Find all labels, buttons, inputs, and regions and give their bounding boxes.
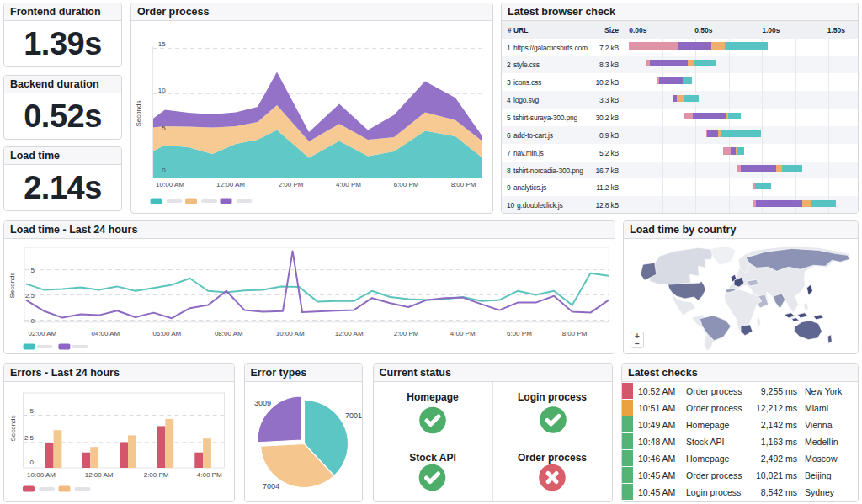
svg-text:10:00 AM: 10:00 AM — [27, 471, 56, 479]
svg-text:10: 10 — [158, 87, 166, 94]
svg-text:Seconds: Seconds — [135, 100, 142, 126]
svg-text:Seconds: Seconds — [8, 272, 16, 298]
svg-text:0: 0 — [31, 317, 35, 325]
svg-text:08:00 AM: 08:00 AM — [215, 330, 243, 337]
svg-text:2:00 PM: 2:00 PM — [144, 471, 169, 479]
svg-text:5: 5 — [31, 267, 35, 274]
svg-text:02:00 AM: 02:00 AM — [28, 330, 56, 337]
svg-text:12:00 AM: 12:00 AM — [216, 181, 245, 188]
svg-text:12:00 AM: 12:00 AM — [85, 471, 114, 479]
svg-text:0: 0 — [30, 459, 35, 466]
svg-text:7001: 7001 — [345, 411, 362, 420]
svg-text:4:00 PM: 4:00 PM — [197, 471, 222, 479]
svg-text:2:00 PM: 2:00 PM — [394, 330, 419, 337]
svg-text:6:00 PM: 6:00 PM — [394, 181, 419, 188]
svg-text:Seconds: Seconds — [9, 415, 17, 441]
svg-text:2:00 PM: 2:00 PM — [279, 181, 304, 188]
svg-text:3009: 3009 — [254, 399, 271, 407]
svg-text:15: 15 — [158, 40, 166, 48]
svg-text:12:00 AM: 12:00 AM — [335, 330, 364, 337]
svg-text:6:00 PM: 6:00 PM — [507, 330, 532, 337]
svg-text:0: 0 — [162, 167, 166, 174]
svg-text:04:00 AM: 04:00 AM — [91, 330, 120, 337]
svg-text:5: 5 — [30, 407, 35, 415]
svg-text:4:00 PM: 4:00 PM — [450, 330, 476, 337]
svg-text:2.5: 2.5 — [24, 434, 35, 442]
svg-text:06:00 AM: 06:00 AM — [152, 330, 181, 337]
svg-text:8:00 PM: 8:00 PM — [562, 330, 588, 337]
svg-text:2.5: 2.5 — [25, 292, 35, 300]
svg-text:10:00 AM: 10:00 AM — [276, 330, 305, 337]
svg-text:4:00 PM: 4:00 PM — [336, 181, 361, 188]
svg-text:5: 5 — [162, 125, 166, 132]
svg-text:7004: 7004 — [263, 482, 279, 491]
svg-text:10:00 AM: 10:00 AM — [156, 181, 184, 188]
svg-text:8:00 PM: 8:00 PM — [451, 181, 476, 188]
